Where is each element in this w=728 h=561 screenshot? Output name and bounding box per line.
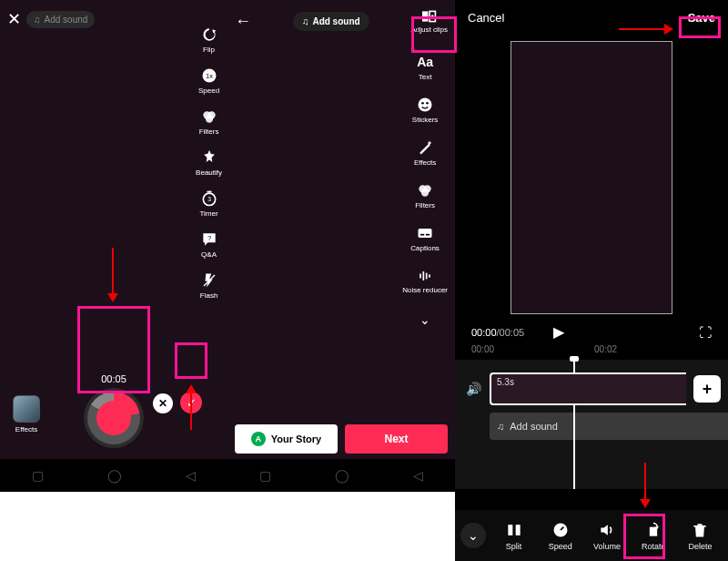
svg-text:?: ? [207,234,210,242]
qa-icon: ? [200,230,218,249]
svg-rect-22 [423,271,425,280]
record-tools-sidebar: Flip 1x Speed Filters Beautify 3 Timer ?… [196,26,222,300]
nav-recent-icon[interactable]: ▢ [32,468,44,483]
svg-rect-19 [420,234,424,236]
adjust-clips-screen: Cancel Save 00:00/00:05 ▶ ⛶ 00:00 00:02 … [455,0,728,561]
rotate-icon [644,521,662,539]
split-icon [505,521,523,539]
svg-rect-18 [419,229,432,238]
back-icon[interactable]: ← [235,12,251,31]
add-sound-button[interactable]: ♫ Add sound [293,12,369,31]
flip-button[interactable]: Flip [200,26,218,54]
timeline[interactable]: 🔊 5.3s + ♫ Add sound [455,360,728,489]
stickers-icon [416,96,434,114]
speed-button[interactable]: Speed [538,521,582,551]
timer-icon: 3 [200,189,218,208]
android-navbar: ▢ ◯ ◁ [228,459,455,492]
beautify-button[interactable]: Beautify [196,148,222,177]
music-note-icon: ♫ [34,15,41,25]
svg-rect-29 [694,525,706,527]
captions-button[interactable]: Captions [410,224,440,252]
add-sound-button[interactable]: ♫ Add sound [26,11,95,28]
avatar: A [251,432,266,446]
chevron-down-icon[interactable]: ⌄ [420,312,430,327]
edit-tools-sidebar: Aa Text Stickers Effects Filters Caption… [402,53,448,327]
svg-rect-23 [426,273,428,280]
time-total: 00:05 [500,327,525,338]
nav-back-icon[interactable]: ◁ [413,468,423,483]
speed-icon: 1x [200,66,218,85]
effects-button[interactable]: Effects [414,138,436,167]
ruler-tick: 00:02 [594,344,617,354]
ruler-tick: 00:00 [471,344,494,354]
flash-icon [200,271,218,290]
volume-icon[interactable]: 🔊 [464,382,482,396]
cancel-button[interactable]: Cancel [468,11,504,25]
noise-reducer-icon [416,267,434,285]
svg-rect-21 [420,274,421,279]
edit-screen: ← ♫ Add sound Adjust clips Aa Text Stick… [228,0,455,492]
text-button[interactable]: Aa Text [416,53,434,81]
discard-clip-button[interactable]: ✕ [153,393,173,413]
stickers-button[interactable]: Stickers [412,96,438,124]
music-note-icon: ♫ [497,421,504,432]
svg-rect-25 [508,525,512,536]
add-sound-track[interactable]: ♫ Add sound [490,413,728,440]
svg-point-14 [426,102,429,105]
play-icon[interactable]: ▶ [553,323,564,341]
confirm-button[interactable]: ✓ [180,392,202,413]
adjust-clips-icon [420,9,439,24]
svg-rect-7 [207,191,211,193]
time-current: 00:00 [471,327,497,338]
nav-back-icon[interactable]: ◁ [186,468,196,483]
filters-icon [200,107,218,126]
beautify-icon [200,148,218,167]
flash-button[interactable]: Flash [200,271,218,300]
record-button[interactable] [84,388,144,448]
svg-point-13 [421,102,424,105]
svg-rect-10 [422,11,428,21]
volume-button[interactable]: Volume [584,521,629,551]
svg-rect-28 [650,526,657,536]
nav-home-icon[interactable]: ◯ [335,468,349,483]
filters-button[interactable]: Filters [415,181,435,209]
svg-point-17 [421,189,429,196]
svg-rect-20 [426,234,430,236]
adjust-clips-button[interactable]: Adjust clips [411,9,448,34]
fullscreen-icon[interactable]: ⛶ [699,325,712,340]
nav-recent-icon[interactable]: ▢ [259,468,271,483]
record-screen: ✕ ♫ Add sound Flip 1x Speed Filters Beau… [0,0,228,492]
filters-button[interactable]: Filters [199,107,219,136]
split-button[interactable]: Split [491,521,536,551]
save-button[interactable]: Save [688,11,715,25]
rotate-button[interactable]: Rotate [632,521,676,551]
your-story-button[interactable]: A Your Story [235,424,338,454]
speed-button[interactable]: 1x Speed [198,66,219,95]
svg-rect-26 [515,525,520,536]
noise-reducer-button[interactable]: Noise reducer [402,267,448,294]
volume-icon [598,521,616,539]
close-icon[interactable]: ✕ [7,9,21,29]
filters-icon [416,181,434,199]
music-note-icon: ♫ [302,16,309,26]
flip-icon [200,26,218,44]
record-timer: 00:05 [101,373,126,384]
next-button[interactable]: Next [345,424,448,454]
android-navbar: ▢ ◯ ◁ [0,459,228,492]
svg-text:1x: 1x [206,72,213,80]
effects-icon [416,138,434,157]
video-clip-segment[interactable]: 5.3s [490,372,686,405]
text-icon: Aa [416,53,434,71]
qa-button[interactable]: ? Q&A [200,230,218,259]
svg-point-12 [419,98,432,112]
add-clip-button[interactable]: + [693,375,721,403]
collapse-button[interactable]: ⌄ [460,523,486,548]
captions-icon [416,224,434,242]
nav-home-icon[interactable]: ◯ [107,468,122,483]
timer-button[interactable]: 3 Timer [199,189,217,218]
clip-tools-bar: ⌄ Split Speed Volume Rotate Delete [455,510,728,561]
add-sound-label: Add sound [45,15,88,25]
delete-button[interactable]: Delete [678,521,723,551]
speed-icon [551,521,570,539]
clip-preview [511,41,672,314]
